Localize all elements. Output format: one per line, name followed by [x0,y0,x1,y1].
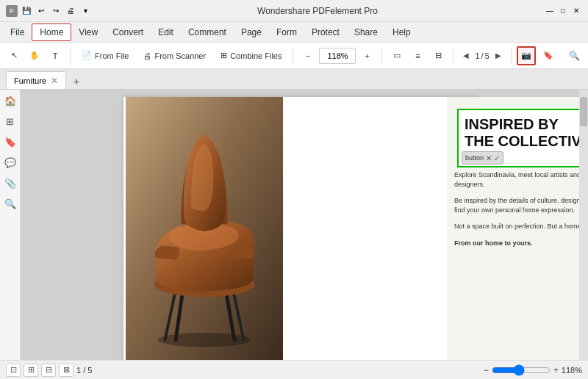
heading-line2: THE COLLECTIVE. [465,133,579,150]
inline-check-btn[interactable]: ✓ [494,154,500,162]
status-page: 1 / 5 [76,366,92,375]
next-page-btn[interactable]: ▶ [491,48,506,63]
pdf-para3: Not a space built on perfection. But a h… [454,222,579,231]
undo-btn[interactable]: ↩ [35,5,47,17]
redo-btn[interactable]: ↪ [50,5,62,17]
menu-file[interactable]: File [3,24,32,40]
menu-home[interactable]: Home [32,24,71,41]
zoom-plus-status-btn[interactable]: + [553,365,559,375]
pdf-image-panel [123,97,285,360]
pdf-para1: Explore Scandinavia, meet local artists … [454,170,579,189]
maximize-btn[interactable]: □ [557,5,569,17]
quick-save-btn[interactable]: 💾 [21,5,32,17]
bookmark-tool-btn[interactable]: 🔖 [539,46,558,65]
zoom-status-label: 118% [562,366,582,375]
menu-edit[interactable]: Edit [151,24,181,40]
inline-label: button [465,154,484,162]
scanner-icon: 🖨 [143,51,151,60]
zoom-slider[interactable] [492,364,551,376]
zoom-input[interactable] [319,48,356,64]
minimize-btn[interactable]: — [544,5,556,17]
status-right: − + 118% [484,364,582,376]
pdf-para4: From our home to yours. [454,239,579,248]
menu-bar: File Home View Convert Edit Comment Page… [0,22,588,43]
from-file-btn[interactable]: 📄 From File [76,46,135,65]
menu-form[interactable]: Form [269,24,304,40]
page-total: 5 [485,51,490,60]
left-sidebar: 🏠 ⊞ 🔖 💬 📎 🔍 [0,90,21,360]
combine-files-btn[interactable]: ⊞ Combine Files [215,46,287,65]
window-controls: — □ ✕ [544,5,582,17]
status-icon1[interactable]: ⊡ [6,364,21,377]
sep3 [381,48,382,63]
sep1 [70,48,71,63]
svg-point-1 [158,333,251,347]
text-selection-box[interactable]: INSPIRED BY THE COLLECTIVE. button ✕ ✓ U… [457,109,579,167]
tab-close-btn[interactable]: ✕ [51,76,58,86]
two-page-btn[interactable]: ⊟ [429,46,448,65]
inline-toolbar: button ✕ ✓ [462,151,503,165]
search-btn[interactable]: 🔍 [564,46,584,65]
menu-protect[interactable]: Protect [304,24,347,40]
comment-sidebar-btn[interactable]: 💬 [2,154,18,170]
attachment-sidebar-btn[interactable]: 📎 [2,175,18,191]
screenshot-tool-btn[interactable]: 📷 [517,46,536,65]
page-current: 1 [475,51,479,60]
sep4 [453,48,453,63]
pdf-content-panel: INSPIRED BY THE COLLECTIVE. button ✕ ✓ U… [447,97,579,360]
menu-comment[interactable]: Comment [181,24,234,40]
status-icon2[interactable]: ⊞ [24,364,38,377]
search-sidebar-btn[interactable]: 🔍 [2,195,18,212]
doc-tab-furniture[interactable]: Furniture ✕ [6,71,66,89]
zoom-plus-btn[interactable]: + [357,46,376,65]
menu-share[interactable]: Share [347,24,385,40]
quick-print-btn[interactable]: 🖨 [65,5,76,17]
close-btn[interactable]: ✕ [570,5,582,17]
hand-tool-btn[interactable]: ✋ [25,46,44,65]
status-bar: ⊡ ⊞ ⊟ ⊠ 1 / 5 − + 118% [0,360,588,379]
sep5 [511,48,512,63]
main-area: 🏠 ⊞ 🔖 💬 📎 🔍 [0,90,588,360]
new-tab-btn[interactable]: + [69,74,84,89]
zoom-box: − + [298,46,376,65]
status-icon3[interactable]: ⊟ [41,364,56,377]
bookmark-sidebar-btn[interactable]: 🔖 [2,134,18,150]
tab-bar: Furniture ✕ + [0,69,588,90]
from-scanner-btn[interactable]: 🖨 From Scanner [137,46,212,65]
inline-x-btn[interactable]: ✕ [486,154,492,162]
doc-area: INSPIRED BY THE COLLECTIVE. button ✕ ✓ U… [21,90,579,360]
menu-help[interactable]: Help [385,24,418,40]
title-left-icons: P 💾 ↩ ↪ 🖨 ▾ [6,5,91,17]
pages-sidebar-btn[interactable]: ⊞ [2,113,18,129]
app-title: Wondershare PDFelement Pro [91,6,544,16]
status-left: ⊡ ⊞ ⊟ ⊠ 1 / 5 [6,364,92,377]
app-icon: P [6,5,18,17]
menu-convert[interactable]: Convert [105,24,151,40]
zoom-minus-status-btn[interactable]: − [484,365,489,375]
prev-page-btn[interactable]: ◀ [459,48,473,63]
selection-tools: ↖ ✋ T [4,46,65,65]
single-page-btn[interactable]: ▭ [387,46,406,65]
customize-btn[interactable]: ▾ [79,5,91,17]
chair-illustration [123,97,285,360]
scroll-btn[interactable]: ≡ [408,46,427,65]
text-edit-btn[interactable]: T [46,46,65,65]
menu-page[interactable]: Page [234,24,269,40]
file-icon: 📄 [82,51,92,60]
heading-line1: INSPIRED BY [465,116,579,133]
scrollbar[interactable] [579,90,588,360]
menu-view[interactable]: View [71,24,105,40]
toolbar: ↖ ✋ T 📄 From File 🖨 From Scanner ⊞ Combi… [0,43,588,69]
pdf-page: INSPIRED BY THE COLLECTIVE. button ✕ ✓ U… [123,97,476,360]
scroll-thumb[interactable] [580,97,587,126]
page-sep: / [481,51,484,60]
home-sidebar-btn[interactable]: 🏠 [2,93,18,109]
select-tool-btn[interactable]: ↖ [4,46,24,65]
zoom-minus-btn[interactable]: − [298,46,318,65]
view-mode-tools: ▭ ≡ ⊟ [387,46,448,65]
status-icon4[interactable]: ⊠ [59,364,74,377]
sep2 [293,48,293,63]
tab-label: Furniture [14,76,46,85]
title-bar: P 💾 ↩ ↪ 🖨 ▾ Wondershare PDFelement Pro —… [0,0,588,22]
page-nav: ◀ 1 / 5 ▶ [459,48,505,63]
